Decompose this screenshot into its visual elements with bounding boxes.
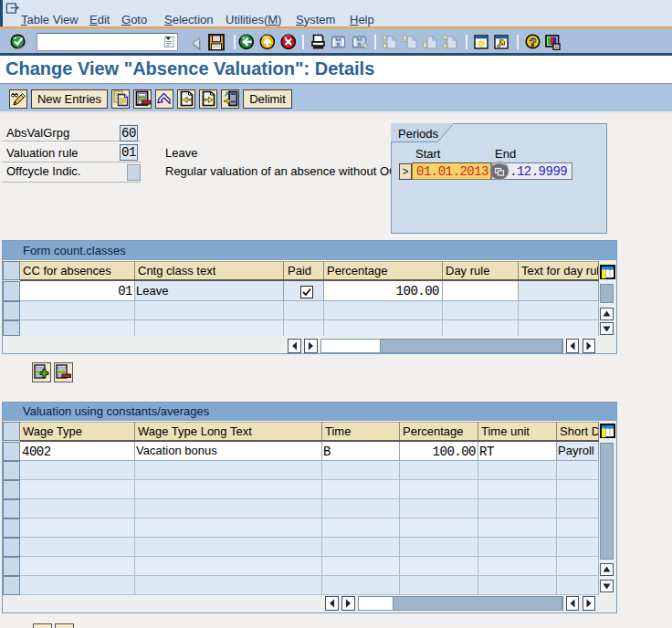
- svg-text:?: ?: [530, 36, 537, 49]
